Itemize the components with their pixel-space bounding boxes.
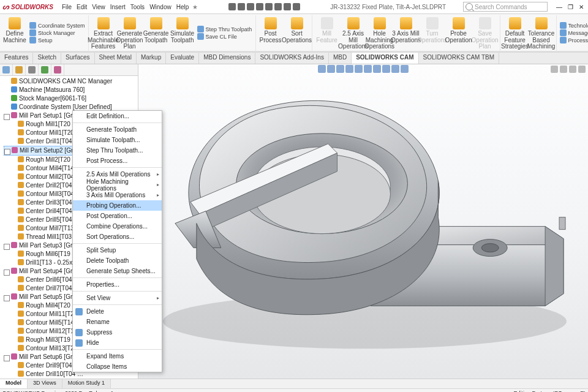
close-button[interactable]: ✕: [577, 3, 586, 10]
menu-insert[interactable]: Insert: [110, 4, 126, 10]
ribbon-hole-machining-operations[interactable]: Hole Machining Operations: [367, 16, 393, 50]
tab-mbd-dimensions[interactable]: MBD Dimensions: [199, 53, 255, 64]
tree-item[interactable]: Stock Manager[6061-T6]: [4, 94, 138, 103]
bottom-tab-model[interactable]: Model: [0, 379, 28, 388]
ribbon-tolerance-based-machining[interactable]: Tolerance Based Machining: [529, 16, 554, 50]
ctx-sort-operations-[interactable]: Sort Operations...: [73, 232, 162, 242]
svg-rect-1: [559, 217, 565, 229]
graphics-viewport[interactable]: [138, 64, 588, 379]
ribbon-generate-operation-plan[interactable]: Generate Operation Plan: [117, 16, 143, 50]
ribbon-2-5-axis-mill-operations[interactable]: 2.5 Axis Mill Operations: [341, 16, 366, 50]
ribbon-process-manager[interactable]: Process Manager: [560, 37, 588, 43]
menu-tools[interactable]: Tools: [130, 4, 145, 10]
ctx-properties-[interactable]: Properties...: [73, 279, 162, 290]
new-icon[interactable]: [228, 3, 236, 10]
open-icon[interactable]: [238, 3, 245, 10]
ctx-probing-operation-[interactable]: Probing Operation...: [73, 200, 162, 211]
tab-solidworks-add-ins[interactable]: SOLIDWORKS Add-Ins: [255, 53, 328, 64]
tab-markup[interactable]: Markup: [137, 53, 166, 64]
ribbon-sort-operations[interactable]: Sort Operations: [284, 16, 310, 50]
ribbon-save-cl-file[interactable]: Save CL File: [197, 33, 252, 40]
title-bar: ᔕ SOLIDWORKS FileEditViewInsertToolsWind…: [0, 0, 588, 14]
ribbon-post-process[interactable]: Post Process: [258, 16, 284, 50]
tree-item[interactable]: Machine [Matsuura 760]: [4, 86, 138, 94]
ctx-post-operation-[interactable]: Post Operation...: [73, 211, 162, 221]
tab-solidworks-cam[interactable]: SOLIDWORKS CAM: [352, 53, 418, 64]
tree-tab-bar[interactable]: [0, 64, 138, 76]
tab-solidworks-cam-tbm[interactable]: SOLIDWORKS CAM TBM: [419, 53, 500, 64]
tab-features[interactable]: Features: [0, 53, 33, 64]
ctx-expand-items[interactable]: Expand Items: [73, 351, 162, 361]
app-logo: ᔕ SOLIDWORKS: [2, 2, 53, 11]
options-icon[interactable]: [293, 3, 300, 10]
ctx-split-setup[interactable]: Split Setup: [73, 245, 162, 255]
restore-button[interactable]: ❐: [566, 3, 575, 10]
status-left: SOLIDWORKS Premium 2020 Pre Release 1: [2, 390, 114, 393]
ribbon-step-thru-toolpath[interactable]: Step Thru Toolpath: [197, 26, 252, 32]
tree-tab-display-icon[interactable]: [41, 66, 48, 74]
tab-sheet-metal[interactable]: Sheet Metal: [95, 53, 137, 64]
bottom-tab-motion-study-1[interactable]: Motion Study 1: [62, 379, 111, 388]
ribbon-extract-machinable-features[interactable]: Extract Machinable Features: [91, 16, 116, 50]
ribbon-default-feature-strategies[interactable]: Default Feature Strategies: [502, 16, 528, 50]
ribbon-row: Define MachineCoordinate SystemStock Man…: [0, 15, 588, 51]
minimize-button[interactable]: —: [555, 3, 564, 10]
command-tab-strip[interactable]: FeaturesSketchSurfacesSheet MetalMarkupE…: [0, 52, 588, 64]
tree-tab-config-icon[interactable]: [28, 66, 36, 74]
tree-tab-cam-icon[interactable]: [15, 66, 23, 74]
ctx-step-thru-toolpath-[interactable]: Step Thru Toolpath...: [73, 145, 162, 156]
ribbon-message-window[interactable]: Message Window: [560, 29, 588, 36]
ribbon-generate-toolpath[interactable]: Generate Toolpath: [143, 16, 169, 50]
menu-file[interactable]: File: [62, 4, 72, 10]
tree-root[interactable]: SOLIDWORKS CAM NC Manager: [4, 77, 138, 86]
menu-window[interactable]: Window: [149, 4, 172, 10]
menu-bar[interactable]: FileEditViewInsertToolsWindowHelp: [62, 4, 189, 10]
ribbon-simulate-toolpath[interactable]: Simulate Toolpath: [170, 16, 195, 50]
tree-tab-other-icon[interactable]: [54, 66, 61, 74]
ctx-collapse-items[interactable]: Collapse Items: [73, 361, 162, 372]
tab-sketch[interactable]: Sketch: [33, 53, 61, 64]
tree-tab-feature-icon[interactable]: [2, 66, 10, 74]
ctx-generate-toolpath[interactable]: Generate Toolpath: [73, 124, 162, 135]
ctx-delete[interactable]: Delete: [73, 306, 162, 317]
menu-view[interactable]: View: [92, 4, 105, 10]
ctx-set-view[interactable]: Set View▸: [73, 293, 162, 303]
ctx-3-axis-mill-operations[interactable]: 3 Axis Mill Operations▸: [73, 190, 162, 200]
bottom-tab-strip[interactable]: Model3D ViewsMotion Study 1: [0, 379, 588, 388]
tab-mbd[interactable]: MBD: [329, 53, 352, 64]
undo-icon[interactable]: [265, 3, 273, 10]
ctx-hide[interactable]: Hide: [73, 337, 162, 348]
ctx-simulate-toolpath-[interactable]: Simulate Toolpath...: [73, 135, 162, 145]
print-icon[interactable]: [256, 3, 263, 10]
solidworks-window: ᔕ SOLIDWORKS FileEditViewInsertToolsWind…: [0, 0, 588, 392]
bottom-tab-3d-views[interactable]: 3D Views: [28, 379, 62, 388]
ribbon-save-operation-plan: Save Operation Plan: [472, 16, 498, 50]
tab-surfaces[interactable]: Surfaces: [61, 53, 94, 64]
ribbon-stock-manager[interactable]: Stock Manager: [29, 29, 85, 36]
ds-logo-icon: ᔕ: [2, 2, 9, 11]
ctx-suppress[interactable]: Suppress: [73, 327, 162, 337]
quick-access-toolbar[interactable]: [228, 3, 300, 10]
ribbon-probe-operation[interactable]: Probe Operation: [446, 16, 472, 50]
tab-evaluate[interactable]: Evaluate: [166, 53, 199, 64]
ctx-edit-definition-[interactable]: Edit Definition...: [73, 111, 162, 121]
ribbon-define-machine[interactable]: Define Machine: [2, 16, 28, 50]
context-menu[interactable]: Edit Definition...Generate ToolpathSimul…: [72, 110, 162, 372]
rebuild-icon[interactable]: [284, 3, 291, 10]
search-commands-input[interactable]: Search Commands: [463, 2, 548, 12]
ctx-hole-machining-operations[interactable]: Hole Machining Operations▸: [73, 179, 162, 190]
ctx-delete-toolpath[interactable]: Delete Toolpath: [73, 255, 162, 266]
menu-help[interactable]: Help: [176, 4, 189, 10]
ctx-post-process-[interactable]: Post Process...: [73, 156, 162, 166]
ctx-combine-operations-[interactable]: Combine Operations...: [73, 221, 162, 232]
ctx-rename[interactable]: Rename: [73, 317, 162, 327]
ribbon-technology-database[interactable]: Technology Database: [560, 22, 588, 29]
menu-edit[interactable]: Edit: [77, 4, 87, 10]
save-icon[interactable]: [247, 3, 254, 10]
status-bar: SOLIDWORKS Premium 2020 Pre Release 1 Ed…: [0, 388, 588, 393]
ribbon-coordinate-system[interactable]: Coordinate System: [29, 22, 85, 29]
redo-icon[interactable]: [274, 3, 282, 10]
ribbon-setup[interactable]: Setup: [29, 37, 85, 43]
ctx-generate-setup-sheets-[interactable]: Generate Setup Sheets...: [73, 266, 162, 276]
ribbon-3-axis-mill-operations[interactable]: 3 Axis Mill Operations: [393, 16, 419, 50]
